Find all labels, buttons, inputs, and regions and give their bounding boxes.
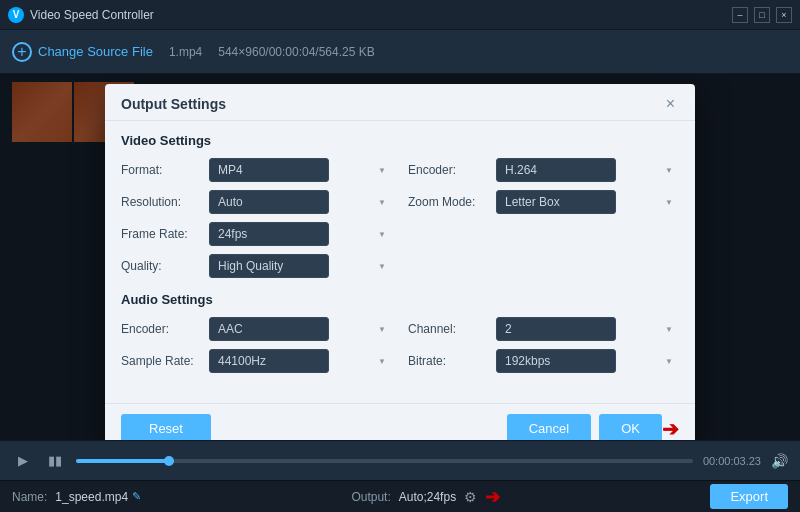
encoder-select-wrapper: H.264 H.265 [496,158,679,182]
resolution-row: Resolution: Auto 1080p 720p [121,190,392,214]
sample-rate-select-wrapper: 44100Hz 22050Hz 48000Hz [209,349,392,373]
stop-button[interactable]: ▮▮ [44,450,66,472]
format-select[interactable]: MP4 AVI MKV [209,158,329,182]
file-metadata: 544×960/00:00:04/564.25 KB [218,45,374,59]
channel-select[interactable]: 2 1 [496,317,616,341]
quality-select[interactable]: High Quality Standard Low [209,254,329,278]
dialog-overlay: Output Settings × Video Settings Format:… [0,74,800,440]
zoom-mode-row: Zoom Mode: Letter Box Pan & Scan [408,190,679,214]
quality-select-wrapper: High Quality Standard Low [209,254,392,278]
player-controls: ▶ ▮▮ 00:00:03.23 🔊 [0,440,800,480]
resolution-select[interactable]: Auto 1080p 720p [209,190,329,214]
audio-encoder-label: Encoder: [121,322,201,336]
sample-rate-row: Sample Rate: 44100Hz 22050Hz 48000Hz [121,349,392,373]
output-arrow-indicator: ➔ [485,486,500,508]
change-source-button[interactable]: + Change Source File [12,42,153,62]
audio-settings-title: Audio Settings [121,292,679,307]
ok-button[interactable]: OK [599,414,662,440]
sample-rate-label: Sample Rate: [121,354,201,368]
bitrate-label: Bitrate: [408,354,488,368]
window-controls: – □ × [732,7,792,23]
frame-rate-select[interactable]: 24fps 30fps 60fps [209,222,329,246]
zoom-mode-label: Zoom Mode: [408,195,488,209]
time-display: 00:00:03.23 [703,455,761,467]
encoder-select[interactable]: H.264 H.265 [496,158,616,182]
encoder-row: Encoder: H.264 H.265 [408,158,679,182]
progress-handle[interactable] [164,456,174,466]
channel-row: Channel: 2 1 [408,317,679,341]
audio-encoder-row: Encoder: AAC MP3 [121,317,392,341]
reset-button[interactable]: Reset [121,414,211,440]
output-label: Output: [351,490,390,504]
output-value: Auto;24fps [399,490,456,504]
app-title: Video Speed Controller [30,8,154,22]
encoder-label: Encoder: [408,163,488,177]
format-label: Format: [121,163,201,177]
zoom-select-wrapper: Letter Box Pan & Scan [496,190,679,214]
cancel-button[interactable]: Cancel [507,414,591,440]
name-label: Name: [12,490,47,504]
frame-rate-row: Frame Rate: 24fps 30fps 60fps [121,222,392,246]
progress-fill [76,459,169,463]
dialog-title: Output Settings [121,96,226,112]
file-name: 1.mp4 [169,45,202,59]
progress-bar[interactable] [76,459,693,463]
channel-label: Channel: [408,322,488,336]
quality-row: Quality: High Quality Standard Low [121,254,392,278]
add-icon: + [12,42,32,62]
name-bar: Name: 1_speed.mp4 ✎ Output: Auto;24fps ⚙… [0,480,800,512]
output-settings-dialog: Output Settings × Video Settings Format:… [105,84,695,440]
title-bar: V Video Speed Controller – □ × [0,0,800,30]
dialog-close-button[interactable]: × [662,94,679,114]
app-icon: V [8,7,24,23]
volume-icon[interactable]: 🔊 [771,453,788,469]
resolution-label: Resolution: [121,195,201,209]
export-button[interactable]: Export [710,484,788,509]
dialog-footer: Reset Cancel OK ➔ [105,403,695,440]
close-button[interactable]: × [776,7,792,23]
format-select-wrapper: MP4 AVI MKV [209,158,392,182]
audio-settings-grid: Encoder: AAC MP3 Channel: [121,317,679,373]
name-value: 1_speed.mp4 ✎ [55,490,141,504]
audio-encoder-select-wrapper: AAC MP3 [209,317,392,341]
bitrate-row: Bitrate: 192kbps 128kbps 320kbps [408,349,679,373]
ok-arrow-indicator: ➔ [662,417,679,441]
dialog-body: Video Settings Format: MP4 AVI MKV [105,121,695,403]
audio-encoder-select[interactable]: AAC MP3 [209,317,329,341]
dialog-header: Output Settings × [105,84,695,121]
frame-rate-label: Frame Rate: [121,227,201,241]
channel-select-wrapper: 2 1 [496,317,679,341]
quality-label: Quality: [121,259,201,273]
toolbar: + Change Source File 1.mp4 544×960/00:00… [0,30,800,74]
maximize-button[interactable]: □ [754,7,770,23]
bitrate-select[interactable]: 192kbps 128kbps 320kbps [496,349,616,373]
play-button[interactable]: ▶ [12,450,34,472]
sample-rate-select[interactable]: 44100Hz 22050Hz 48000Hz [209,349,329,373]
bitrate-select-wrapper: 192kbps 128kbps 320kbps [496,349,679,373]
minimize-button[interactable]: – [732,7,748,23]
output-settings-icon[interactable]: ⚙ [464,489,477,505]
main-area: Output Settings × Video Settings Format:… [0,74,800,440]
edit-name-icon[interactable]: ✎ [132,490,141,503]
frame-rate-select-wrapper: 24fps 30fps 60fps [209,222,392,246]
zoom-select[interactable]: Letter Box Pan & Scan [496,190,616,214]
video-settings-grid: Format: MP4 AVI MKV Encoder: [121,158,679,278]
change-source-label: Change Source File [38,44,153,59]
resolution-select-wrapper: Auto 1080p 720p [209,190,392,214]
video-settings-title: Video Settings [121,133,679,148]
format-row: Format: MP4 AVI MKV [121,158,392,182]
